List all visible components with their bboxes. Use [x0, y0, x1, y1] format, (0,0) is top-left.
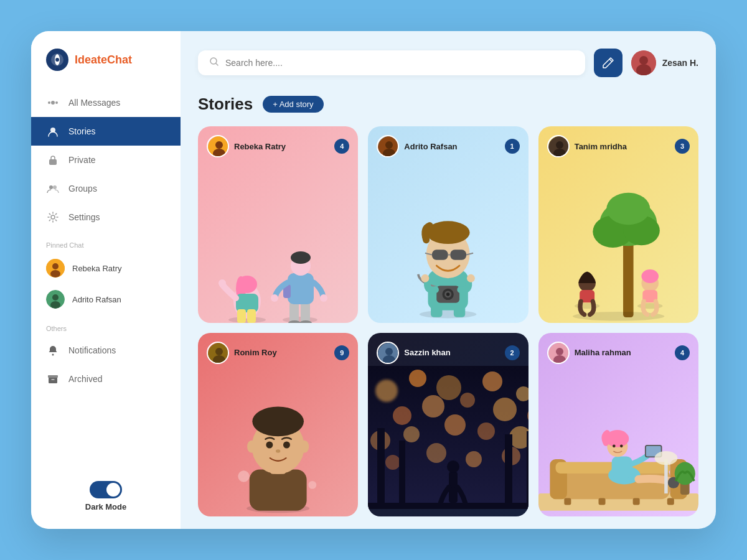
svg-point-98: [385, 348, 393, 355]
logo-text: IdeateChat: [75, 54, 132, 67]
svg-point-4: [48, 101, 50, 104]
svg-rect-119: [377, 428, 385, 509]
svg-point-8: [49, 185, 53, 189]
story-card-ronim[interactable]: Ronim Roy 9: [198, 333, 358, 517]
user-avatar: [631, 50, 656, 75]
user-name: Zesan H.: [662, 58, 698, 68]
sidebar-item-settings[interactable]: Settings: [31, 203, 181, 231]
svg-point-127: [556, 348, 563, 355]
story-card-rebeka[interactable]: Rebeka Ratry 4: [198, 126, 358, 323]
svg-point-80: [641, 269, 659, 282]
story-card-tanim[interactable]: Tanim mridha 3: [538, 126, 698, 323]
svg-rect-134: [564, 498, 571, 505]
svg-rect-19: [48, 375, 58, 378]
svg-point-73: [606, 192, 650, 224]
story-avatar-maliha: [547, 342, 570, 364]
svg-rect-7: [49, 159, 57, 165]
pinned-adrito[interactable]: Adrito Rafsan: [31, 284, 181, 315]
compose-button[interactable]: [594, 49, 622, 77]
svg-rect-135: [598, 498, 605, 505]
svg-rect-122: [527, 431, 528, 509]
story-card-adrito[interactable]: Adrito Rafsan 1: [368, 126, 528, 323]
svg-point-115: [385, 455, 400, 470]
stories-header: Stories + Add story: [198, 95, 698, 114]
sidebar-item-stories[interactable]: Stories: [31, 117, 181, 146]
dark-mode-section: Dark Mode: [31, 481, 181, 511]
notification-icon: [46, 343, 60, 357]
svg-point-74: [573, 311, 664, 320]
svg-rect-139: [611, 456, 632, 478]
svg-point-96: [308, 481, 316, 489]
svg-point-91: [276, 449, 280, 453]
svg-rect-33: [247, 309, 256, 323]
svg-point-67: [556, 141, 563, 149]
svg-point-89: [266, 441, 273, 448]
search-input[interactable]: [225, 58, 574, 68]
search-icon: [209, 57, 219, 69]
svg-point-2: [55, 58, 59, 62]
story-avatar-rebeka: [207, 135, 229, 157]
main-nav: All Messages Stories Pri: [31, 88, 181, 231]
svg-rect-40: [288, 273, 314, 304]
messages-icon: [46, 96, 60, 110]
svg-rect-86: [250, 470, 307, 511]
svg-point-10: [51, 215, 55, 219]
story-avatar-sazzin: [377, 342, 399, 364]
svg-point-65: [467, 274, 475, 282]
svg-point-102: [436, 375, 461, 400]
story-name-ronim: Ronim Roy: [234, 348, 277, 357]
sidebar-item-groups[interactable]: Groups: [31, 174, 181, 203]
sidebar-item-private[interactable]: Private: [31, 146, 181, 174]
svg-rect-18: [49, 377, 57, 383]
svg-point-117: [466, 451, 482, 467]
svg-point-109: [527, 407, 528, 424]
logo-icon: [46, 49, 68, 71]
pinned-chat-label: Pinned Chat: [31, 231, 181, 253]
story-card-sazzin[interactable]: Sazzin khan 2: [368, 333, 528, 517]
svg-point-12: [52, 263, 59, 269]
settings-icon: [46, 210, 60, 224]
user-badge[interactable]: Zesan H.: [631, 50, 698, 75]
svg-rect-51: [431, 306, 442, 317]
svg-rect-137: [667, 498, 674, 505]
svg-point-25: [215, 141, 223, 149]
svg-point-63: [446, 292, 450, 296]
svg-point-44: [271, 294, 278, 302]
story-count-sazzin: 2: [505, 345, 520, 360]
svg-point-49: [420, 310, 477, 318]
svg-point-90: [283, 441, 290, 448]
main-content: Zesan H. Stories + Add story: [181, 31, 716, 529]
svg-point-22: [639, 56, 648, 65]
svg-point-45: [320, 294, 327, 302]
svg-rect-52: [454, 306, 465, 317]
svg-point-9: [53, 185, 57, 189]
story-avatar-ronim: [207, 342, 229, 364]
story-count-maliha: 4: [675, 345, 690, 360]
svg-point-83: [215, 348, 223, 355]
story-count-tanim: 3: [675, 139, 690, 154]
svg-point-108: [493, 398, 517, 421]
pinned-rebeka[interactable]: Rebeka Ratry: [31, 253, 181, 284]
sidebar: IdeateChat All Messages: [31, 31, 181, 529]
svg-point-105: [393, 406, 411, 425]
svg-rect-37: [301, 301, 310, 323]
add-story-button[interactable]: + Add story: [263, 96, 323, 113]
sidebar-item-archived[interactable]: Archived: [31, 365, 181, 393]
svg-point-100: [375, 380, 398, 402]
svg-point-112: [444, 414, 466, 436]
svg-rect-136: [632, 498, 639, 505]
sidebar-item-all-messages[interactable]: All Messages: [31, 88, 181, 117]
svg-point-111: [403, 426, 420, 442]
logo[interactable]: IdeateChat: [31, 49, 181, 88]
toggle-knob: [106, 483, 120, 497]
dark-mode-toggle[interactable]: [90, 481, 122, 498]
story-name-rebeka: Rebeka Ratry: [234, 142, 286, 151]
story-name-adrito: Adrito Rafsan: [404, 142, 457, 151]
sidebar-item-notifications[interactable]: Notifications: [31, 336, 181, 365]
svg-rect-69: [623, 237, 634, 317]
svg-point-94: [300, 441, 309, 453]
svg-point-113: [477, 422, 495, 440]
svg-point-104: [516, 386, 528, 401]
story-card-maliha[interactable]: Maliha rahman 4: [538, 333, 698, 517]
svg-point-101: [409, 370, 426, 387]
